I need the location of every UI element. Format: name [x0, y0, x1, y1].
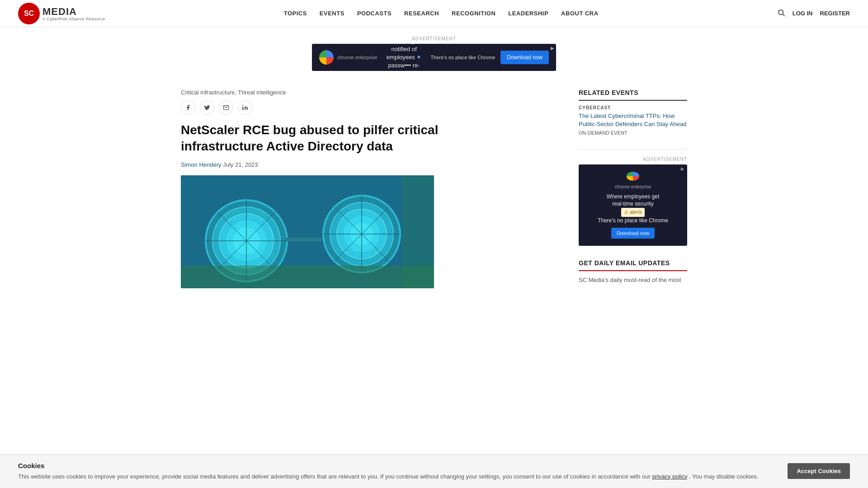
- event-title-1[interactable]: The Latest Cybercriminal TTPs: How Publi…: [579, 112, 687, 128]
- nav-podcasts[interactable]: PODCASTS: [357, 10, 392, 17]
- site-header: SC MEDIA A CyberRisk Alliance Resource T…: [0, 0, 868, 27]
- svg-rect-23: [181, 266, 434, 288]
- header-actions: LOG IN REGISTER: [777, 9, 850, 18]
- share-row: [181, 100, 561, 115]
- article-date-value: July 21, 2023: [223, 161, 258, 168]
- article: Critical infrastructure, Threat intellig…: [181, 89, 561, 288]
- article-title: NetScaler RCE bug abused to pilfer criti…: [181, 122, 497, 155]
- ad-download-button[interactable]: Download now: [500, 51, 549, 64]
- nav-leadership[interactable]: LEADERSHIP: [508, 10, 548, 17]
- sidebar-ad-highlight: ⚠ alerts: [598, 208, 668, 216]
- nav-recognition[interactable]: RECOGNITION: [452, 10, 495, 17]
- sidebar-ad-line1: Where employees get: [598, 193, 668, 201]
- article-meta: Simon Hendery July 21, 2023: [181, 161, 561, 168]
- svg-rect-24: [402, 175, 434, 288]
- nav-topics[interactable]: TOPICS: [284, 10, 307, 17]
- ad-badge: ▶: [551, 46, 554, 51]
- email-updates-text: SC Media's daily must-read of the most: [579, 276, 687, 285]
- event-item-1: CYBERCAST The Latest Cybercriminal TTPs:…: [579, 105, 687, 136]
- main-container: Critical infrastructure, Threat intellig…: [172, 75, 696, 288]
- nav-events[interactable]: EVENTS: [320, 10, 344, 17]
- ad-text: Where IT gets notified of employees ✦ pa…: [383, 44, 425, 71]
- sidebar-ad-text: Where employees get real-time security ⚠…: [598, 193, 668, 225]
- sidebar-ad-brand: chrome enterprise: [615, 184, 651, 189]
- related-events-section: RELATED EVENTS CYBERCAST The Latest Cybe…: [579, 89, 687, 136]
- register-button[interactable]: REGISTER: [820, 10, 850, 17]
- nav-about-cra[interactable]: ABOUT CRA: [561, 10, 599, 17]
- login-button[interactable]: LOG IN: [793, 10, 813, 17]
- share-twitter-button[interactable]: [200, 100, 214, 115]
- ad-tagline: There's no place like Chrome: [431, 55, 495, 60]
- logo-media-text: MEDIA: [42, 6, 105, 18]
- search-icon[interactable]: [777, 9, 785, 18]
- logo-subtitle: A CyberRisk Alliance Resource: [42, 17, 105, 21]
- sidebar-ad-label: ADVERTISEMENT: [579, 157, 687, 162]
- sidebar-ad-line2: real-time security: [598, 200, 668, 208]
- sidebar-ad-section: ADVERTISEMENT ▶ chrome enterprise Where …: [579, 157, 687, 246]
- main-nav: TOPICS EVENTS PODCASTS RESEARCH RECOGNIT…: [284, 10, 599, 17]
- logo[interactable]: SC MEDIA A CyberRisk Alliance Resource: [18, 3, 105, 24]
- sidebar-ad-tagline: There's no place like Chrome: [598, 217, 668, 225]
- sidebar-ad-cta-button[interactable]: Download now: [611, 228, 655, 239]
- top-ad-label: ADVERTISEMENT: [0, 36, 868, 41]
- top-ad-section: ADVERTISEMENT chrome enterprise Where IT…: [0, 27, 868, 75]
- email-updates-title: GET DAILY EMAIL UPDATES: [579, 259, 687, 271]
- logo-sc-circle: SC: [18, 3, 40, 24]
- event-type-1: CYBERCAST: [579, 105, 687, 110]
- email-updates-section: GET DAILY EMAIL UPDATES SC Media's daily…: [579, 259, 687, 285]
- sidebar-chrome-logo-icon: [627, 172, 639, 180]
- share-linkedin-button[interactable]: [238, 100, 252, 115]
- svg-line-1: [783, 14, 784, 16]
- sidebar-divider-1: [579, 149, 687, 150]
- svg-rect-22: [286, 238, 322, 241]
- article-tags: Critical infrastructure, Threat intellig…: [181, 89, 561, 96]
- share-facebook-button[interactable]: [181, 100, 195, 115]
- sidebar: RELATED EVENTS CYBERCAST The Latest Cybe…: [579, 89, 687, 288]
- svg-point-0: [778, 10, 783, 15]
- article-author[interactable]: Simon Hendery: [181, 161, 222, 168]
- chrome-logo-icon: [319, 50, 334, 65]
- ad-brand: chrome enterprise: [337, 55, 377, 60]
- sidebar-ad-banner[interactable]: ▶ chrome enterprise Where employees get …: [579, 164, 687, 246]
- top-ad-banner[interactable]: chrome enterprise Where IT gets notified…: [312, 44, 556, 71]
- ad-highlight-text: passw••• re-use.: [388, 62, 420, 71]
- sidebar-ad-badge-icon: ▶: [681, 166, 684, 171]
- ad-highlight: ✦: [416, 54, 421, 61]
- share-email-button[interactable]: [219, 100, 233, 115]
- svg-point-2: [242, 105, 243, 106]
- article-image: [181, 175, 434, 288]
- event-status-1: ON-DEMAND EVENT: [579, 130, 687, 136]
- related-events-title: RELATED EVENTS: [579, 89, 687, 101]
- nav-research[interactable]: RESEARCH: [404, 10, 439, 17]
